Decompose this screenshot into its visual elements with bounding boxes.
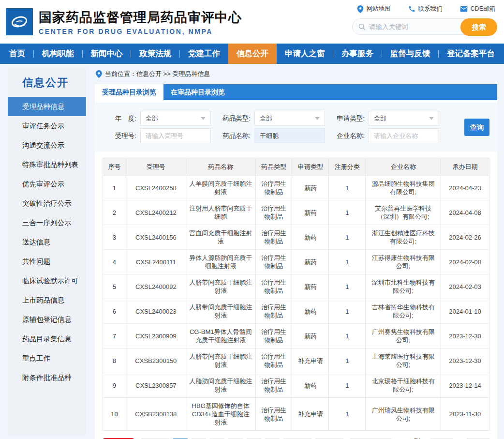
- nav-item-9[interactable]: 登记备案平台: [439, 44, 503, 64]
- col-index: 5: [103, 274, 126, 299]
- col-index: 10: [103, 398, 126, 431]
- col-drug-name: 人羊膜间充质干细胞注射液: [186, 176, 255, 200]
- col-drug-name: HBG基因修饰的自体CD34+造血干细胞注射液: [186, 398, 255, 431]
- sidebar-item-7[interactable]: 送达信息: [8, 232, 86, 252]
- col-apply-type: 新药: [292, 250, 329, 274]
- phone-icon: [408, 5, 415, 13]
- nav-item-0[interactable]: 首页: [1, 44, 33, 64]
- apply-type-select[interactable]: 全部: [369, 111, 439, 126]
- col-company: 江苏得康生物科技有限公司;: [366, 250, 441, 274]
- breadcrumb-text: 当前位置：信息公开 >> 受理品种信息: [105, 70, 210, 78]
- header-col-date: 承办日期: [441, 158, 489, 176]
- col-apply-type: 新药: [292, 176, 329, 200]
- sidebar-item-6[interactable]: 三合一序列公示: [8, 213, 86, 232]
- filter-drug-name-label: 药品名称:: [220, 132, 251, 140]
- col-apply-type: 新药: [292, 324, 329, 348]
- col-index: 1: [103, 176, 126, 200]
- sidebar-item-8[interactable]: 共性问题: [8, 252, 86, 271]
- sidebar-item-4[interactable]: 优先审评公示: [8, 174, 86, 194]
- search-button[interactable]: 搜索: [460, 18, 497, 36]
- year-select[interactable]: 全部: [140, 111, 211, 126]
- col-date: 2024-04-23: [441, 176, 489, 200]
- header-col-reg-class: 注册分类: [329, 158, 366, 176]
- table-row: 7CXSL2300909CG-BM1异体人骨髓间充质干细胞注射液治疗用生物制品新…: [103, 324, 489, 348]
- company-input[interactable]: [369, 128, 439, 143]
- filter-acceptance-no-label: 受理号:: [105, 132, 136, 140]
- filter-drug-type: 药品类型: 全部: [220, 111, 325, 126]
- sidebar-item-1[interactable]: 审评任务公示: [8, 116, 86, 136]
- mail-icon: [460, 6, 468, 12]
- top-link-0[interactable]: 网站地图: [357, 5, 391, 13]
- col-date: 2024-02-26: [441, 225, 489, 250]
- main-nav: 首页机构职能新闻中心政策法规党建工作信息公开申请人之窗办事服务监督与反馈登记备案…: [0, 44, 504, 64]
- top-links: 网站地图联系我们CDE邮箱: [357, 5, 495, 13]
- col-acceptance-no: CXSB2300138: [126, 398, 186, 431]
- header-col-company: 企业名称: [366, 158, 441, 176]
- header-col-drug-type: 药品类型: [255, 158, 292, 176]
- table-row: 6CXSL2400023人脐带间充质干细胞注射液治疗用生物制品新药1吉林省拓华生…: [103, 299, 489, 324]
- col-company: 浙江生创精准医疗科技有限公司;: [366, 225, 441, 250]
- acceptance-no-input[interactable]: [140, 128, 211, 143]
- nav-item-6[interactable]: 申请人之窗: [277, 44, 333, 64]
- sidebar-item-10[interactable]: 上市药品信息: [8, 290, 86, 310]
- col-drug-type: 治疗用生物制品: [255, 274, 292, 299]
- col-index: 3: [103, 225, 126, 250]
- results-table: 序号受理号药品名称药品类型申请类型注册分类企业名称承办日期 1CXSL24002…: [103, 158, 489, 431]
- col-company: 吉林省拓华生物科技有限公司;: [366, 299, 441, 324]
- drug-type-select[interactable]: 全部: [254, 111, 325, 126]
- col-reg-class: 1: [329, 373, 366, 398]
- col-date: 2023-11-30: [441, 398, 489, 431]
- top-link-1[interactable]: 联系我们: [408, 5, 443, 13]
- tab-1[interactable]: 在审品种目录浏览: [163, 84, 232, 100]
- top-link-2[interactable]: CDE邮箱: [460, 5, 495, 13]
- col-apply-type: 新药: [292, 274, 329, 299]
- tab-0[interactable]: 受理品种目录浏览: [95, 84, 163, 100]
- col-reg-class: 1: [329, 348, 366, 373]
- chevron-down-icon: [201, 117, 206, 120]
- sidebar-item-3[interactable]: 特殊审批品种列表: [8, 155, 86, 174]
- col-acceptance-no: CXSL2300909: [126, 324, 186, 348]
- map-pin-icon: [357, 5, 364, 13]
- sidebar-item-5[interactable]: 突破性治疗公示: [8, 194, 86, 213]
- content-area: 信息公开 受理品种信息审评任务公示沟通交流公示特殊审批品种列表优先审评公示突破性…: [0, 64, 504, 439]
- col-acceptance-no: CXSL2400156: [126, 225, 186, 250]
- col-apply-type: 补充申请: [292, 348, 329, 373]
- nav-item-3[interactable]: 政策法规: [131, 44, 179, 64]
- nav-item-8[interactable]: 监督与反馈: [382, 44, 438, 64]
- col-reg-class: 1: [329, 398, 366, 431]
- col-drug-name: 人脂肪间充质干细胞注射液: [186, 373, 255, 398]
- nav-item-2[interactable]: 新闻中心: [83, 44, 131, 64]
- sidebar-item-12[interactable]: 药品目录集信息: [8, 329, 86, 348]
- table-row: 9CXSL2300857人脂肪间充质干细胞注射液治疗用生物制品新药1北京瑷格干细…: [103, 373, 489, 398]
- col-apply-type: 新药: [292, 373, 329, 398]
- nav-item-7[interactable]: 办事服务: [333, 44, 382, 64]
- nav-item-1[interactable]: 机构职能: [34, 44, 82, 64]
- col-date: 2024-02-08: [441, 250, 489, 274]
- sidebar-item-11[interactable]: 原辅包登记信息: [8, 310, 86, 329]
- drug-name-input[interactable]: [254, 128, 325, 143]
- chevron-down-icon: [429, 117, 434, 120]
- col-reg-class: 1: [329, 274, 366, 299]
- site-title-block: 国家药品监督管理局药品审评中心 CENTER FOR DRUG EVALUATI…: [39, 9, 242, 35]
- filter-drug-name: 药品名称:: [220, 128, 325, 143]
- col-apply-type: 新药: [292, 225, 329, 250]
- nav-item-5[interactable]: 信息公开: [228, 44, 277, 64]
- col-drug-name: 人脐带间充质干细胞注射液: [186, 274, 255, 299]
- col-drug-type: 治疗用生物制品: [255, 373, 292, 398]
- col-drug-type: 治疗用生物制品: [255, 176, 292, 200]
- col-company: 艾尔普再生医学科技（深圳）有限公司;: [366, 200, 441, 225]
- nav-item-4[interactable]: 党建工作: [180, 44, 228, 64]
- sidebar-item-0[interactable]: 受理品种信息: [8, 97, 86, 116]
- sidebar-item-2[interactable]: 沟通交流公示: [8, 136, 86, 155]
- sidebar-item-13[interactable]: 重点工作: [8, 348, 86, 368]
- col-acceptance-no: CXSL2400258: [126, 176, 186, 200]
- sidebar-item-14[interactable]: 附条件批准品种: [8, 368, 86, 387]
- table-header-row: 序号受理号药品名称药品类型申请类型注册分类企业名称承办日期: [103, 158, 489, 176]
- query-button[interactable]: 查询: [464, 119, 489, 136]
- table-row: 2CXSL2400212注射用人脐带间充质干细胞治疗用生物制品新药1艾尔普再生医…: [103, 200, 489, 225]
- col-drug-name: CG-BM1异体人骨髓间充质干细胞注射液: [186, 324, 255, 348]
- site-title: 国家药品监督管理局药品审评中心: [39, 9, 242, 26]
- table-row: 8CXSB2300150人脐带间充质干细胞注射液治疗用生物制品补充申请1上海莱馥…: [103, 348, 489, 373]
- sidebar-item-9[interactable]: 临床试验默示许可: [8, 271, 86, 290]
- col-reg-class: 1: [329, 225, 366, 250]
